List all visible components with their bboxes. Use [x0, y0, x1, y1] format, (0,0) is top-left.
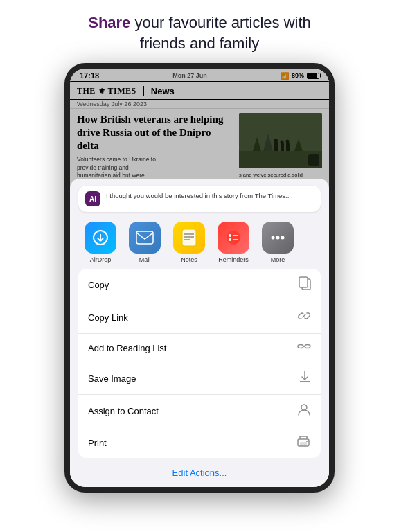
- reminders-label: Reminders: [218, 256, 249, 263]
- assign-contact-icon: [297, 402, 311, 419]
- edit-actions[interactable]: Edit Actions...: [70, 463, 329, 480]
- svg-point-30: [298, 345, 303, 348]
- svg-rect-35: [300, 442, 307, 446]
- copy-label: Copy: [88, 280, 109, 290]
- mail-icon: [129, 222, 161, 254]
- promo-headline: Share your favourite articles with frien…: [21, 12, 378, 53]
- svg-point-36: [306, 441, 308, 442]
- share-icon-notes[interactable]: Notes: [167, 222, 211, 263]
- share-icon-mail[interactable]: Mail: [123, 222, 167, 263]
- reminders-icon: [218, 222, 249, 254]
- notes-label: Notes: [181, 256, 197, 263]
- share-icon-more[interactable]: More: [256, 222, 300, 263]
- action-reading-list[interactable]: Add to Reading List: [78, 334, 321, 362]
- ai-suggestion: Ai I thought you would be interested in …: [78, 186, 321, 212]
- share-icon-reminders[interactable]: Reminders: [211, 222, 256, 263]
- action-save-image[interactable]: Save Image: [78, 362, 321, 395]
- save-image-label: Save Image: [88, 373, 136, 384]
- mail-label: Mail: [139, 256, 151, 263]
- copy-link-icon: [297, 309, 311, 326]
- assign-contact-label: Assign to Contact: [88, 406, 159, 416]
- more-label: More: [271, 256, 285, 263]
- notes-icon: [173, 222, 205, 254]
- svg-rect-15: [136, 231, 153, 244]
- action-assign-contact[interactable]: Assign to Contact: [78, 395, 321, 427]
- svg-rect-16: [182, 229, 196, 246]
- svg-rect-29: [299, 277, 308, 287]
- action-print[interactable]: Print: [78, 427, 321, 458]
- save-image-icon: [299, 370, 311, 387]
- share-icons-row: AirDrop Mail: [70, 218, 329, 269]
- svg-point-25: [272, 236, 275, 240]
- ai-badge: Ai: [85, 191, 100, 206]
- action-copy-link[interactable]: Copy Link: [78, 301, 321, 334]
- svg-point-31: [305, 345, 310, 348]
- action-copy[interactable]: Copy: [78, 269, 321, 301]
- print-icon: [296, 435, 311, 450]
- copy-icon: [299, 276, 311, 293]
- reading-list-label: Add to Reading List: [88, 343, 166, 353]
- edit-actions-label[interactable]: Edit Actions...: [172, 468, 227, 478]
- reading-list-icon: [297, 342, 311, 354]
- svg-point-21: [229, 234, 231, 237]
- copy-link-label: Copy Link: [88, 312, 128, 323]
- promo-banner: Share your favourite articles with frien…: [0, 0, 399, 63]
- svg-point-20: [227, 231, 240, 245]
- share-sheet: Ai I thought you would be interested in …: [70, 179, 329, 487]
- action-list: Copy Copy Link: [78, 269, 321, 458]
- print-label: Print: [88, 438, 107, 448]
- svg-point-33: [301, 405, 307, 410]
- svg-point-26: [276, 236, 280, 240]
- share-icon-airdrop[interactable]: AirDrop: [78, 222, 123, 263]
- share-overlay[interactable]: Ai I thought you would be interested in …: [70, 69, 329, 487]
- airdrop-label: AirDrop: [90, 256, 112, 263]
- airdrop-icon: [85, 222, 116, 254]
- svg-point-23: [229, 238, 231, 241]
- svg-point-27: [281, 236, 285, 240]
- device-frame: 17:18 Mon 27 Jun 📶 89% THE ⚜ TIMES News …: [64, 63, 335, 493]
- ai-suggestion-text: I thought you would be interested in thi…: [106, 191, 293, 200]
- screen: 17:18 Mon 27 Jun 📶 89% THE ⚜ TIMES News …: [70, 69, 329, 487]
- more-icon: [262, 222, 294, 254]
